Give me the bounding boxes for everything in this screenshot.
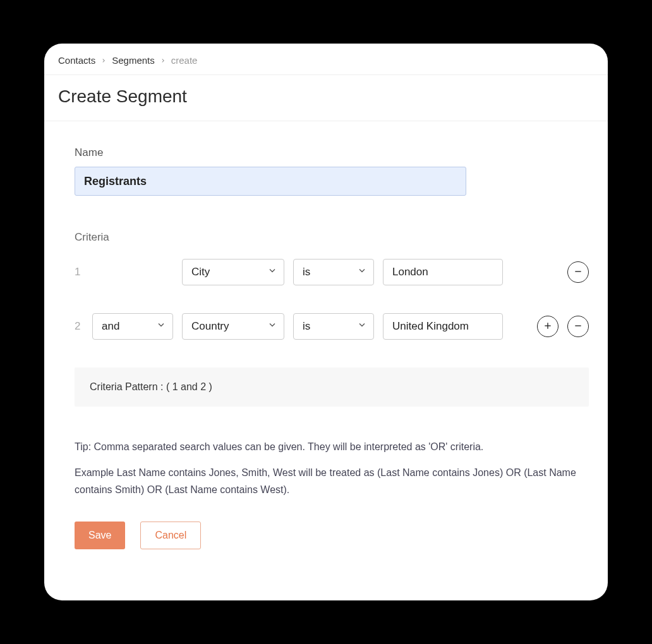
remove-criteria-button[interactable] [567, 261, 589, 283]
criteria-operator-select[interactable]: is [293, 259, 374, 285]
name-label: Name [75, 146, 589, 159]
save-button[interactable]: Save [75, 522, 125, 549]
breadcrumb-contacts[interactable]: Contacts [58, 55, 95, 66]
criteria-field-value: Country [191, 320, 229, 333]
plus-icon [543, 321, 553, 333]
add-criteria-button[interactable] [537, 316, 558, 337]
tip-line-2: Example Last Name contains Jones, Smith,… [75, 464, 589, 498]
chevron-down-icon [267, 320, 277, 333]
chevron-right-icon [100, 57, 107, 64]
criteria-logic-value: and [102, 320, 119, 333]
form-actions: Save Cancel [75, 522, 589, 549]
minus-icon [573, 321, 583, 333]
breadcrumb-segments[interactable]: Segments [112, 55, 155, 66]
form-content: Name Criteria 1 City is [44, 121, 608, 568]
criteria-row: 2 and Country is [75, 313, 589, 340]
chevron-down-icon [267, 266, 277, 279]
criteria-logic-select[interactable]: and [92, 313, 173, 340]
cancel-button[interactable]: Cancel [140, 522, 201, 549]
criteria-row-actions [537, 316, 589, 337]
criteria-field-select[interactable]: Country [182, 313, 284, 340]
chevron-down-icon [156, 320, 166, 333]
minus-icon [573, 266, 583, 278]
criteria-field-select[interactable]: City [182, 259, 284, 285]
criteria-row-actions [567, 261, 589, 283]
create-segment-card: Contacts Segments create Create Segment … [44, 44, 608, 600]
criteria-operator-select[interactable]: is [293, 313, 374, 340]
criteria-pattern: Criteria Pattern : ( 1 and 2 ) [75, 367, 589, 407]
name-input[interactable] [75, 167, 466, 196]
chevron-down-icon [357, 266, 367, 279]
criteria-field-value: City [191, 266, 210, 278]
remove-criteria-button[interactable] [567, 316, 589, 337]
tip-line-1: Tip: Comma separated search values can b… [75, 438, 589, 455]
criteria-value-input[interactable] [383, 259, 503, 285]
breadcrumb: Contacts Segments create [44, 44, 608, 75]
page-title: Create Segment [44, 75, 608, 121]
chevron-right-icon [160, 57, 166, 64]
criteria-row-number: 1 [75, 266, 83, 278]
criteria-operator-value: is [303, 266, 310, 278]
tip-text: Tip: Comma separated search values can b… [75, 438, 589, 499]
criteria-row-number: 2 [75, 320, 83, 333]
chevron-down-icon [357, 320, 367, 333]
breadcrumb-current: create [171, 55, 198, 66]
criteria-label: Criteria [75, 231, 589, 244]
criteria-section: Criteria 1 City is [75, 231, 589, 407]
criteria-value-input[interactable] [383, 313, 503, 340]
criteria-operator-value: is [303, 320, 310, 333]
criteria-row: 1 City is [75, 259, 589, 285]
